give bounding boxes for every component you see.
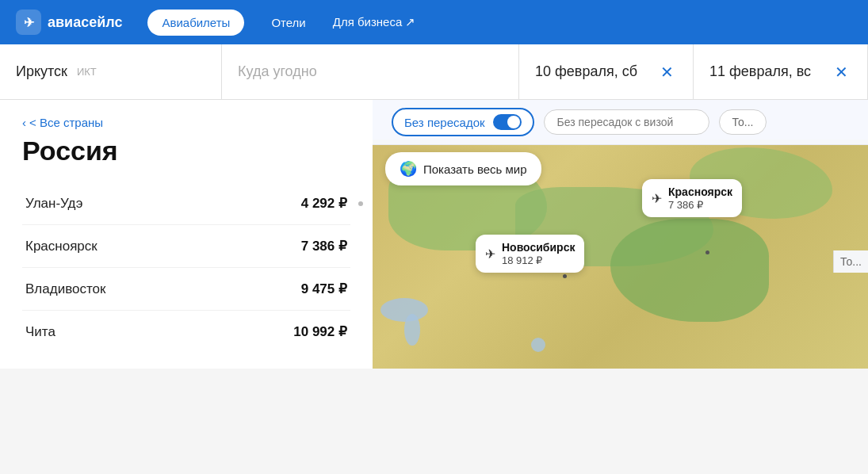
filters-row: Без пересадок То...: [373, 100, 868, 145]
city-info-krasnoyarsk: Красноярск 7 386 ₽: [668, 185, 732, 211]
city-marker-krasnoyarsk[interactable]: ✈ Красноярск 7 386 ₽: [642, 179, 742, 217]
back-icon: ‹: [22, 116, 26, 129]
plane-icon-novosibirsk: ✈: [485, 247, 495, 262]
map-dot-2: [705, 250, 709, 254]
city-info-novosibirsk: Новосибирск 18 912 ₽: [502, 241, 575, 266]
dest-price-2: 9 475 ₽: [301, 281, 347, 297]
city-marker-novosibirsk[interactable]: ✈ Новосибирск 18 912 ₽: [476, 235, 584, 273]
main-content: ‹ < Все страны Россия Улан-Удэ 4 292 ₽ К…: [0, 100, 868, 369]
dest-price-3: 10 992 ₽: [293, 323, 347, 340]
dest-item-1[interactable]: Красноярск 7 386 ₽: [22, 225, 350, 268]
plane-icon-krasnoyarsk: ✈: [652, 191, 662, 206]
to-filter[interactable]: То...: [719, 109, 767, 135]
no-transfer-visa-input[interactable]: [544, 109, 709, 135]
logo-text: авиасейлс: [48, 14, 122, 31]
nav-flights[interactable]: Авиабилеты: [147, 10, 244, 36]
no-transfer-label: Без пересадок: [404, 116, 485, 129]
dest-name-2: Владивосток: [25, 281, 105, 297]
dest-name-1: Красноярск: [25, 239, 98, 254]
dest-name-3: Чита: [25, 324, 55, 340]
no-transfer-toggle[interactable]: Без пересадок: [392, 108, 534, 136]
show-world-button[interactable]: 🌍 Показать весь мир: [385, 152, 541, 185]
map-water-1: [380, 298, 428, 322]
destination-list: Улан-Удэ 4 292 ₽ Красноярск 7 386 ₽ Влад…: [22, 182, 350, 353]
logo-icon: ✈: [16, 10, 41, 35]
nav-hotels[interactable]: Отели: [257, 10, 319, 36]
map-bg: 🌍 Показать весь мир ✈ Новосибирск 18 912…: [373, 140, 868, 369]
date-from: 10 февраля, сб: [535, 63, 637, 80]
city-name-novosibirsk: Новосибирск: [502, 241, 575, 254]
city-price-novosibirsk: 18 912 ₽: [502, 254, 575, 267]
dest-item-3[interactable]: Чита 10 992 ₽: [22, 311, 350, 353]
toggle-switch[interactable]: [493, 114, 522, 130]
city-name-krasnoyarsk: Красноярск: [668, 185, 732, 199]
header: ✈ авиасейлс Авиабилеты Отели Для бизнеса…: [0, 0, 868, 44]
date-to-clear[interactable]: ✕: [832, 59, 851, 85]
date-to-field[interactable]: 11 февраля, вс ✕: [694, 44, 868, 99]
dest-item-2[interactable]: Владивосток 9 475 ₽: [22, 268, 350, 311]
origin-code: ИКТ: [77, 66, 97, 78]
back-link[interactable]: ‹ < Все страны: [22, 116, 350, 129]
show-world-label: Показать весь мир: [423, 162, 527, 176]
destination-placeholder: Куда угодно: [238, 63, 317, 80]
date-from-field[interactable]: 10 февраля, сб ✕: [519, 44, 694, 99]
back-text: < Все страны: [29, 116, 103, 129]
city-price-krasnoyarsk: 7 386 ₽: [668, 199, 732, 212]
destination-field[interactable]: Куда угодно: [222, 44, 519, 99]
dest-price-1: 7 386 ₽: [301, 238, 347, 254]
to-label-edge: То...: [840, 255, 862, 268]
toggle-knob: [507, 116, 520, 128]
to-filter-label: То...: [732, 116, 754, 128]
to-filter-edge[interactable]: То...: [833, 250, 868, 273]
dest-price-0: 4 292 ₽: [301, 195, 347, 212]
map-water-3: [531, 338, 545, 352]
nav-business[interactable]: Для бизнеса ↗: [333, 15, 416, 29]
origin-city: Иркутск: [16, 63, 67, 80]
date-from-clear[interactable]: ✕: [657, 59, 677, 85]
globe-icon: 🌍: [400, 160, 417, 178]
dest-item-0[interactable]: Улан-Удэ 4 292 ₽: [22, 182, 350, 225]
search-bar: Иркутск ИКТ Куда угодно 10 февраля, сб ✕…: [0, 44, 868, 100]
map-dot-1: [563, 274, 567, 278]
map-water-2: [404, 314, 420, 346]
date-to: 11 февраля, вс: [709, 63, 811, 80]
logo: ✈ авиасейлс: [16, 10, 122, 35]
left-panel: ‹ < Все страны Россия Улан-Удэ 4 292 ₽ К…: [0, 100, 373, 369]
origin-field[interactable]: Иркутск ИКТ: [0, 44, 222, 99]
map-container: Без пересадок То...: [373, 100, 868, 369]
country-title: Россия: [22, 136, 350, 166]
dest-name-0: Улан-Удэ: [25, 196, 82, 212]
